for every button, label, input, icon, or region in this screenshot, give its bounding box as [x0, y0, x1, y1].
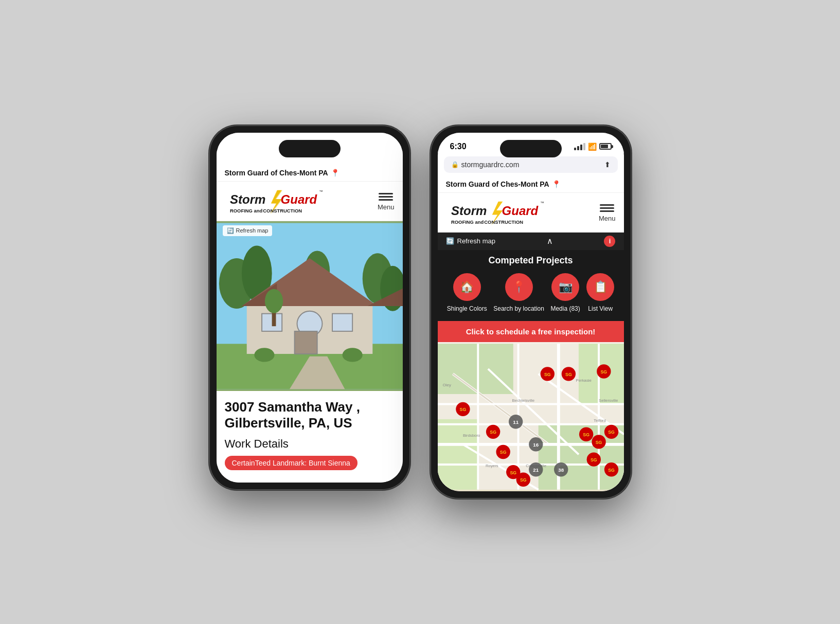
svg-text:Storm: Storm: [451, 203, 487, 217]
phone2-logo: Storm Guard ™ ROOFING and CONSTRUCTION: [446, 198, 549, 229]
phone2-refresh-btn[interactable]: 🔄 Refresh map: [446, 237, 495, 245]
phone1-nav-bar: Storm Guard ™ ROOFING and CONSTRUCTION: [217, 182, 403, 221]
stormguard-logo-1: Storm Guard ™ ROOFING and CONSTRUCTION: [225, 187, 328, 218]
search-location-label: Search by location: [493, 305, 544, 313]
menu-line-1: [379, 193, 393, 194]
action-buttons: 🏠 Shingle Colors 📍 Search by location 📷 …: [446, 273, 616, 313]
phone1-address: 3007 Samantha Way , Gilbertsville, PA, U…: [225, 399, 395, 431]
lock-icon: 🔒: [451, 161, 459, 168]
phone1-refresh-map[interactable]: 🔄 Refresh map: [223, 225, 273, 236]
svg-rect-37: [438, 419, 478, 490]
phone1-menu-button[interactable]: Menu: [378, 193, 395, 211]
phone1-app-header: Storm Guard of Ches-Mont PA 📍: [217, 165, 403, 182]
url-bar-text: 🔒 stormguardrc.com: [451, 161, 520, 169]
list-view-label: List View: [588, 305, 613, 313]
phone2-url-bar[interactable]: 🔒 stormguardrc.com ⬆: [444, 156, 618, 173]
info-button[interactable]: i: [604, 236, 615, 247]
svg-text:Birdsboro: Birdsboro: [462, 433, 480, 438]
completed-projects-section: Competed Projects 🏠 Shingle Colors 📍 Sea…: [438, 250, 624, 322]
svg-text:SG: SG: [608, 468, 615, 473]
svg-text:Perkasie: Perkasie: [576, 378, 591, 383]
phone1-shingle-badge: CertainTeed Landmark: Burnt Sienna: [225, 456, 358, 470]
svg-text:SG: SG: [459, 407, 466, 413]
svg-text:SG: SG: [510, 470, 516, 475]
signal-bar-3: [580, 145, 582, 150]
battery-fill: [601, 145, 608, 148]
svg-text:Bechtelsville: Bechtelsville: [512, 398, 534, 403]
dynamic-island-2: [500, 140, 562, 157]
map-svg: Bechtelsville Perkasie Sellersville Telf…: [438, 342, 624, 491]
phone1-content: 3007 Samantha Way , Gilbertsville, PA, U…: [217, 391, 403, 483]
refresh-icon-small: 🔄: [227, 227, 234, 234]
phone-2-screen: 6:30 📶 🔒 s: [438, 133, 624, 492]
cta-text: Click to schedule a free inspection!: [466, 327, 596, 336]
status-icons: 📶: [574, 142, 612, 151]
svg-text:SG: SG: [583, 432, 589, 437]
svg-text:ROOFING and: ROOFING and: [230, 207, 262, 213]
svg-text:SG: SG: [544, 372, 550, 377]
phone1-map-area: 🔄 Refresh map: [217, 221, 403, 391]
search-location-button[interactable]: 📍 Search by location: [493, 273, 544, 313]
phone-1: Storm Guard of Ches-Mont PA 📍 Storm: [209, 126, 410, 490]
shingle-colors-label: Shingle Colors: [447, 305, 487, 313]
phones-container: Storm Guard of Ches-Mont PA 📍 Storm: [209, 126, 631, 499]
svg-text:38: 38: [558, 467, 564, 473]
dynamic-island-1: [279, 140, 341, 157]
phone2-refresh-label: Refresh map: [457, 237, 495, 245]
media-button[interactable]: 📷 Media (83): [550, 273, 580, 313]
house-photo-svg: [217, 221, 403, 391]
list-view-button[interactable]: 📋 List View: [586, 273, 614, 313]
phone2-location-icon: 📍: [552, 180, 561, 188]
svg-text:SG: SG: [595, 440, 602, 445]
signal-bars: [574, 143, 585, 150]
info-label: i: [609, 237, 611, 245]
phone1-location-title: Storm Guard of Ches-Mont PA 📍: [225, 169, 339, 177]
phone2-toolbar: 🔄 Refresh map ∧ i: [438, 233, 624, 250]
wifi-icon: 📶: [588, 142, 597, 151]
svg-point-27: [342, 348, 362, 362]
cta-banner[interactable]: Click to schedule a free inspection!: [438, 321, 624, 342]
phone1-location-text: Storm Guard of Ches-Mont PA: [225, 169, 328, 177]
svg-text:Telford: Telford: [594, 418, 605, 423]
svg-text:SG: SG: [600, 369, 607, 375]
svg-text:Sellersville: Sellersville: [599, 398, 618, 403]
phone2-location-text: Storm Guard of Ches-Mont PA: [446, 180, 549, 188]
phone2-app-header: Storm Guard of Ches-Mont PA 📍: [438, 176, 624, 193]
svg-text:Oley: Oley: [442, 383, 451, 388]
menu-line-5: [600, 207, 614, 209]
svg-text:16: 16: [533, 442, 539, 448]
menu-line-3: [379, 199, 393, 201]
svg-text:SG: SG: [520, 478, 526, 483]
phone2-map-area: Bechtelsville Perkasie Sellersville Telf…: [438, 342, 624, 491]
svg-text:Guard: Guard: [280, 192, 317, 206]
chevron-up-icon[interactable]: ∧: [547, 236, 553, 246]
svg-text:SG: SG: [608, 430, 615, 435]
phone1-location-icon: 📍: [331, 169, 339, 177]
shingle-colors-icon: 🏠: [453, 273, 481, 301]
menu-line-4: [600, 204, 614, 206]
refresh-icon: 🔄: [446, 237, 454, 245]
svg-point-25: [264, 289, 282, 313]
phone2-location-title: Storm Guard of Ches-Mont PA 📍: [446, 180, 561, 188]
shingle-colors-button[interactable]: 🏠 Shingle Colors: [447, 273, 487, 313]
media-label: Media (83): [550, 305, 580, 313]
svg-point-26: [254, 348, 274, 362]
phone1-logo: Storm Guard ™ ROOFING and CONSTRUCTION: [225, 187, 328, 218]
phone-1-screen: Storm Guard of Ches-Mont PA 📍 Storm: [217, 133, 403, 483]
stormguard-logo-2: Storm Guard ™ ROOFING and CONSTRUCTION: [446, 198, 549, 229]
svg-text:ROOFING and: ROOFING and: [451, 219, 484, 224]
signal-bar-4: [583, 143, 585, 150]
svg-text:Guard: Guard: [502, 203, 539, 217]
battery-icon: [599, 143, 612, 150]
svg-text:11: 11: [513, 419, 519, 425]
signal-bar-1: [574, 148, 576, 150]
list-view-icon: 📋: [586, 273, 614, 301]
phone2-menu-button[interactable]: Menu: [599, 204, 616, 222]
svg-text:CONSTRUCTION: CONSTRUCTION: [484, 219, 523, 224]
phone-2: 6:30 📶 🔒 s: [431, 126, 631, 499]
svg-text:SG: SG: [499, 450, 506, 455]
phone2-nav-bar: Storm Guard ™ ROOFING and CONSTRUCTION M…: [438, 193, 624, 233]
svg-rect-22: [294, 331, 317, 354]
search-location-icon: 📍: [505, 273, 533, 301]
menu-line-6: [600, 210, 614, 212]
